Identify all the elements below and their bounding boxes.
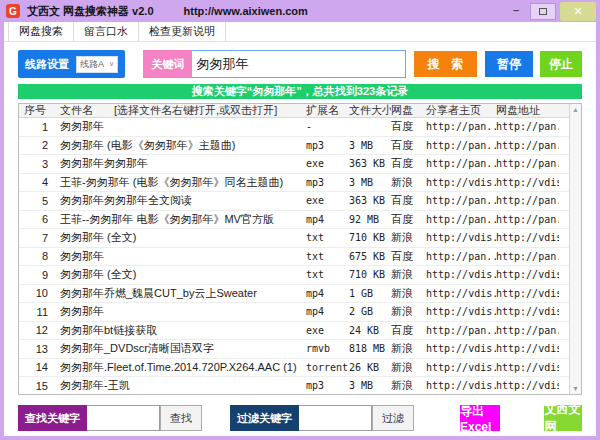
cell-address: http://pan.... — [496, 140, 559, 151]
cell-sharer: http://vdis... — [426, 343, 496, 354]
table-row[interactable]: 4王菲-匆匆那年 (电影《匆匆那年》同名主题曲)mp33 MB新浪http://… — [19, 174, 581, 193]
scroll-down-icon[interactable]: ▼ — [572, 385, 579, 392]
cell-sharer: http://pan.... — [426, 251, 496, 262]
menu-item-pan-search[interactable]: 网盘搜索 — [8, 22, 74, 41]
filter-button[interactable]: 过滤 — [372, 405, 414, 431]
minimize-button[interactable]: – — [505, 3, 527, 19]
cell-disk: 新浪 — [391, 267, 426, 282]
cell-sharer: http://vdis... — [426, 380, 496, 391]
cell-size: 818 MB — [349, 343, 391, 354]
find-button[interactable]: 查找 — [160, 405, 202, 431]
table-row[interactable]: 3匆匆那年匆匆那年exe363 KB百度http://pan....http:/… — [19, 155, 581, 174]
cell-ext: mp4 — [306, 214, 349, 225]
cell-disk: 百度 — [391, 193, 426, 208]
keyword-input[interactable] — [192, 50, 406, 78]
cell-no: 6 — [19, 213, 56, 225]
find-keyword-input[interactable] — [87, 405, 160, 431]
line-settings-label: 线路设置 — [25, 57, 69, 72]
title-bar: G 艾西文 网盘搜索神器 v2.0 http://www.aixiwen.com… — [0, 0, 600, 22]
cell-address: http://vdis... — [496, 306, 559, 317]
cell-no: 15 — [19, 380, 56, 392]
table-row[interactable]: 10匆匆那年乔燃_魏晨CUT_by云上Sweatermp41 GB新浪http:… — [19, 285, 581, 304]
cell-sharer: http://vdis... — [426, 288, 496, 299]
menu-item-update-notes[interactable]: 检查更新说明 — [139, 22, 226, 41]
cell-sharer: http://vdis... — [426, 177, 496, 188]
scroll-up-icon[interactable]: ▲ — [572, 106, 579, 113]
table-row[interactable]: 2匆匆那年 (电影《匆匆那年》主题曲)mp33 MB百度http://pan..… — [19, 137, 581, 156]
cell-no: 14 — [19, 361, 56, 373]
filter-keyword-input[interactable] — [299, 405, 372, 431]
cell-ext: mp3 — [306, 177, 349, 188]
cell-name: 王菲-匆匆那年 (电影《匆匆那年》同名主题曲) — [56, 175, 306, 190]
cell-ext: txt — [306, 232, 349, 243]
window-url: http://www.aixiwen.com — [184, 5, 308, 17]
cell-sharer: http://vdis... — [426, 232, 496, 243]
table-scrollbar[interactable]: ▲ ▼ — [569, 104, 581, 394]
header-filesize[interactable]: 文件大小 — [349, 104, 391, 117]
header-disk[interactable]: 网盘 — [391, 104, 426, 117]
keyword-label: 关键词 — [143, 50, 192, 78]
cell-address: http://pan.... — [496, 158, 559, 169]
cell-ext: exe — [306, 325, 349, 336]
table-row[interactable]: 11匆匆那年mp42 GB新浪http://vdis...http://vdis… — [19, 303, 581, 322]
filter-keyword-label: 过滤关键字 — [230, 405, 299, 431]
stop-button[interactable]: 停止 — [540, 51, 582, 77]
cell-name: 匆匆那年 (电影《匆匆那年》主题曲) — [56, 138, 306, 153]
cell-ext: mp4 — [306, 306, 349, 317]
header-filename[interactable]: 文件名 [选择文件名右键打开,或双击打开] — [56, 104, 306, 117]
app-window: G 艾西文 网盘搜索神器 v2.0 http://www.aixiwen.com… — [0, 0, 600, 440]
table-row[interactable]: 7匆匆那年 (全文)txt710 KB新浪http://vdis...http:… — [19, 229, 581, 248]
header-disk-address[interactable]: 网盘地址 — [496, 104, 559, 117]
table-row[interactable]: 9匆匆那年 (全文)txt710 KB新浪http://vdis...http:… — [19, 266, 581, 285]
line-select[interactable]: 线路A ∨ — [76, 56, 118, 73]
close-button[interactable]: ✕ — [560, 2, 596, 21]
cell-sharer: http://pan.... — [426, 195, 496, 206]
cell-size: 363 KB — [349, 158, 391, 169]
table-row[interactable]: 13匆匆那年_DVDscr清晰国语双字rmvb818 MB新浪http://vd… — [19, 340, 581, 359]
header-no[interactable]: 序号 — [19, 104, 56, 117]
cell-name: 匆匆那年乔燃_魏晨CUT_by云上Sweater — [56, 286, 306, 301]
cell-no: 11 — [19, 306, 56, 318]
cell-address: http://vdis... — [496, 232, 559, 243]
header-filename-hint: [选择文件名右键打开,或双击打开] — [114, 104, 277, 116]
maximize-button[interactable] — [530, 3, 556, 20]
cell-sharer: http://pan.... — [426, 158, 496, 169]
cell-disk: 百度 — [391, 323, 426, 338]
cell-address: http://vdis... — [496, 177, 559, 188]
cell-no: 10 — [19, 287, 56, 299]
cell-no: 1 — [19, 121, 56, 133]
line-settings-panel: 线路设置 线路A ∨ — [18, 50, 125, 78]
cell-name: 匆匆那年匆匆那年全文阅读 — [56, 193, 306, 208]
cell-ext: txt — [306, 269, 349, 280]
cell-address: http://vdis... — [496, 380, 559, 391]
cell-disk: 新浪 — [391, 286, 426, 301]
table-row[interactable]: 14匆匆那年.Fleet.of.Time.2014.720P.X264.AAC … — [19, 359, 581, 378]
table-row[interactable]: 6王菲--匆匆那年 电影《匆匆那年》MV官方版mp492 MB百度http://… — [19, 211, 581, 230]
table-row[interactable]: 5匆匆那年匆匆那年全文阅读exe363 KB百度http://pan....ht… — [19, 192, 581, 211]
table-row[interactable]: 8匆匆那年txt675 KB百度http://pan....http://pan… — [19, 248, 581, 267]
cell-name: 匆匆那年-王凯 — [56, 378, 306, 393]
header-sharer-homepage[interactable]: 分享者主页 — [426, 104, 496, 117]
pause-button[interactable]: 暂停 — [485, 51, 533, 77]
table-row[interactable]: 12匆匆那年bt链接获取exe24 KB百度http://pan....http… — [19, 322, 581, 341]
cell-size: 363 KB — [349, 195, 391, 206]
cell-size: 24 KB — [349, 325, 391, 336]
cell-name: 匆匆那年 — [56, 304, 306, 319]
cell-no: 9 — [19, 269, 56, 281]
table-row[interactable]: 15匆匆那年-王凯mp33 MB新浪http://vdis...http://v… — [19, 377, 581, 395]
table-row[interactable]: 1匆匆那年-百度http://pan....http://pan.... — [19, 118, 581, 137]
header-filename-label: 文件名 — [60, 104, 93, 116]
search-button[interactable]: 搜 索 — [414, 51, 477, 77]
export-excel-button[interactable]: 导出Excel — [460, 405, 500, 431]
cell-size: 3 MB — [349, 177, 391, 188]
aixiwen-site-button[interactable]: 艾西文网 — [544, 405, 582, 431]
menu-item-message-board[interactable]: 留言口水 — [74, 22, 139, 41]
cell-ext: exe — [306, 195, 349, 206]
cell-name: 匆匆那年 (全文) — [56, 230, 306, 245]
app-logo-icon: G — [6, 4, 20, 18]
cell-size: 26 KB — [349, 362, 391, 373]
cell-ext: txt — [306, 251, 349, 262]
cell-sharer: http://pan.... — [426, 325, 496, 336]
header-extension[interactable]: 扩展名 — [306, 104, 349, 117]
cell-ext: mp3 — [306, 380, 349, 391]
